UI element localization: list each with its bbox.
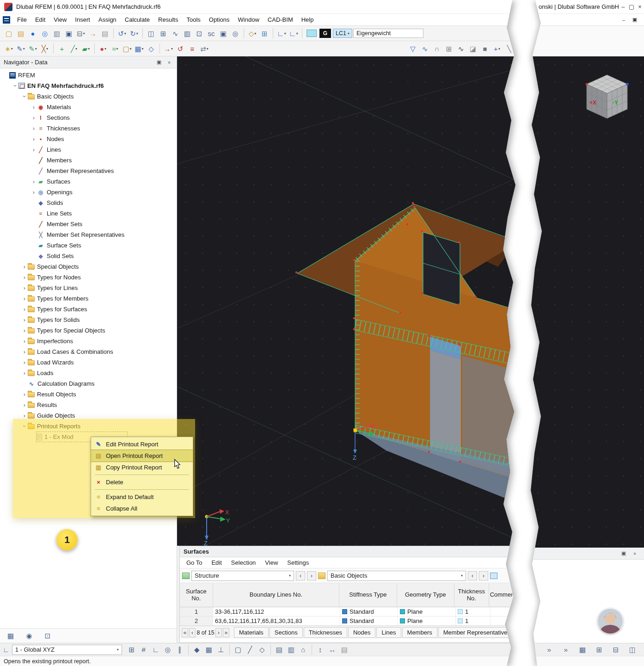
tree-chevron-icon[interactable] [21,327,28,333]
renumber-icon[interactable]: ↕ [314,644,326,656]
select-special-icon[interactable]: ◇ [256,644,268,656]
tree-item[interactable]: Types for Nodes [0,272,177,283]
tree-chevron-icon[interactable] [21,285,28,291]
tree-item[interactable]: ◆ Solids [0,197,177,208]
viewport-3d[interactable]: Z X Y Z [177,56,518,546]
tree-item[interactable]: ▰ Surfaces [0,176,177,187]
generate-objects-icon[interactable]: ╳▾ [39,43,51,55]
online-services-icon[interactable]: ◎▾ [229,27,241,39]
tree-item[interactable]: Loads [0,368,177,378]
layers-icon[interactable]: ▥ [285,644,297,656]
tree-chevron-icon[interactable] [31,115,37,121]
tree-chevron-icon[interactable] [21,413,28,419]
tree-item[interactable]: Imperfections [0,336,177,346]
insert-member-icon[interactable]: ╱▾ [68,43,80,55]
teamwork-icon[interactable]: ●▾ [27,27,39,39]
tree-chevron-icon[interactable] [12,83,18,89]
table-menu-item[interactable]: Settings [282,558,313,567]
tree-item[interactable]: • Nodes [0,134,177,144]
prev-page-button[interactable]: ‹ [189,628,196,637]
new-model-icon[interactable]: ▢▾ [3,27,15,39]
select-box-icon[interactable]: ▢▾ [121,43,133,55]
tree-chevron-icon[interactable] [21,359,28,365]
tree-chevron-icon[interactable] [21,306,28,312]
table-tab[interactable]: Members [402,627,437,638]
section-icon[interactable]: ∩▾ [431,43,443,55]
menu-item[interactable]: View [49,14,71,25]
save-icon[interactable]: ▣▾ [63,27,75,39]
background-dxf-icon[interactable]: ▤ [273,644,285,656]
clip-plane-icon[interactable]: ╲▾ [503,43,515,55]
tree-item[interactable]: EN FAQ Mehrfachdruck.rf6 [0,80,177,91]
tree-item[interactable]: RFEM [0,70,177,80]
table-menu-item[interactable]: Go To [182,558,207,567]
connect-icon[interactable]: ⇄▾ [198,43,210,55]
tree-item[interactable]: ∿ Calculation Diagrams [0,378,177,389]
next-page-button[interactable]: › [215,628,222,637]
tree-item[interactable]: ◆ Solid Sets [0,251,177,261]
table-columns-icon[interactable]: ▥▾ [181,27,193,39]
tree-chevron-icon[interactable] [21,274,28,280]
column-header[interactable]: Surface No. [180,583,213,607]
select-line-icon[interactable]: ╱ [244,644,256,656]
prev-table-button[interactable]: ‹ [296,571,305,580]
tree-item[interactable]: I Sections [0,112,177,123]
polar-snap-icon[interactable]: ◎ [162,644,174,656]
next-category-button[interactable]: › [479,571,488,580]
next-table-button[interactable]: › [307,571,316,580]
tree-item[interactable]: ▰ Surface Sets [0,240,177,251]
insert-surface-icon[interactable]: ▰▾ [80,43,92,55]
edit-objects-icon[interactable]: ✎▾ [15,43,27,55]
grid-toggle-icon[interactable]: ⊞ [126,644,138,656]
navigator-panel-icon[interactable]: ◫▾ [145,27,157,39]
child-restore-button[interactable]: ▣ [629,15,640,25]
rfem-menu-icon[interactable] [3,16,10,24]
model-library-icon[interactable]: ◎▾ [39,27,51,39]
tree-chevron-icon[interactable] [31,104,37,110]
tree-chevron-icon[interactable] [21,338,28,344]
menu-item[interactable]: Window [234,14,264,25]
guide-objects-icon[interactable]: ∗▾ [3,43,15,55]
table-row[interactable]: 2 63,6,112,116,117,65,81,30,31,83 Standa… [180,617,517,626]
second-viewport[interactable]: +X -Y [529,56,644,548]
rendering-color-swatch[interactable] [307,30,317,37]
tree-item[interactable]: ╱ Member Representatives [0,166,177,176]
table-tab[interactable]: Materials [234,627,269,638]
redo-icon[interactable]: ↻▾ [128,27,140,39]
column-header[interactable]: Comment [489,583,517,607]
model-axes-icon[interactable]: ∟▾ [276,27,288,39]
menu-item[interactable]: File [13,14,31,25]
tree-item[interactable]: ◉ Materials [0,102,177,112]
tree-item[interactable]: Basic Objects [0,91,177,102]
visibility-icon[interactable]: ◇▾ [145,43,157,55]
tree-item[interactable]: ≡ Thicknesses [0,123,177,134]
close-button[interactable]: × [636,0,644,13]
maximize-button[interactable]: ▢ [627,0,636,13]
minimize-button[interactable]: – [619,0,627,13]
table-filter-icon[interactable] [490,573,497,579]
tree-item[interactable]: ≈ Line Sets [0,208,177,219]
column-header[interactable]: Boundary Lines No. [213,583,340,607]
last-page-button[interactable]: » [223,628,229,637]
render-video-icon[interactable]: ⊡ [43,630,53,642]
rotate-icon[interactable]: ↺▾ [174,43,186,55]
mirror-icon[interactable]: ≡▾ [186,43,198,55]
frag-grid-icon[interactable]: ⊞ [593,644,605,656]
menu-item[interactable]: Tools [182,14,204,25]
tree-item[interactable]: Types for Special Objects [0,325,177,336]
table-menu-item[interactable]: View [260,558,282,567]
display-properties-icon[interactable]: ▣▾ [217,27,229,39]
user-avatar[interactable] [597,608,623,634]
notes-icon[interactable]: ▤ [338,644,350,656]
column-header[interactable]: Thickness No. [454,583,489,607]
ortho-mode-icon[interactable]: ⊥ [215,644,227,656]
navigator-close-icon[interactable]: × [166,60,173,65]
column-header[interactable]: Geometry Type [397,583,454,607]
table-menu-item[interactable]: Edit [207,558,226,567]
menu-item[interactable]: Help [297,14,318,25]
dimensions-icon[interactable]: ⊞▾ [443,43,455,55]
table-row[interactable]: 1 33-36,117,116,112 Standard Plane 1 [180,607,517,617]
tree-chevron-icon[interactable] [21,93,28,99]
table-menu-item[interactable]: Selection [227,558,260,567]
load-case-selector[interactable]: LC1▾ [333,29,352,38]
